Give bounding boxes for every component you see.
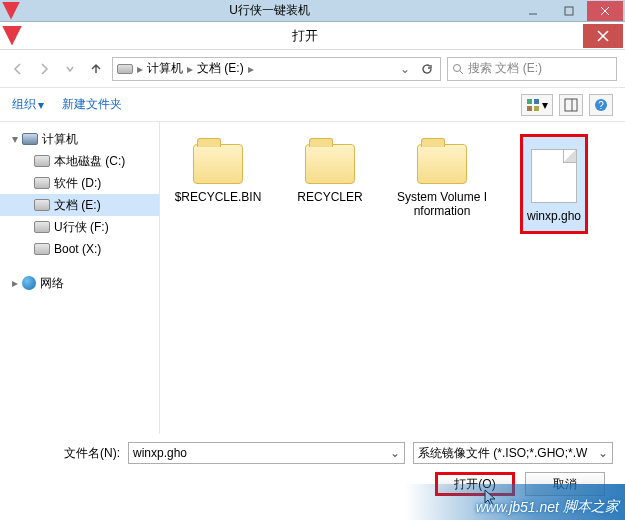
disk-icon xyxy=(34,177,50,189)
sidebar-item-drive-c[interactable]: 本地磁盘 (C:) xyxy=(0,150,159,172)
file-name: $RECYCLE.BIN xyxy=(172,190,264,204)
file-name: winxp.gho xyxy=(527,209,581,223)
sidebar-item-label: 本地磁盘 (C:) xyxy=(54,153,125,170)
svg-point-6 xyxy=(454,64,461,71)
svg-rect-12 xyxy=(565,99,577,111)
chevron-down-icon: ▾ xyxy=(38,98,44,112)
svg-rect-11 xyxy=(534,106,539,111)
breadcrumb-drive[interactable]: 文档 (E:) xyxy=(197,60,244,77)
sidebar-item-label: 计算机 xyxy=(42,131,78,148)
nav-bar: ▸ 计算机 ▸ 文档 (E:) ▸ ⌄ 搜索 文档 (E:) xyxy=(0,50,625,88)
app-logo-icon xyxy=(2,2,20,20)
dialog-logo-icon xyxy=(2,26,22,46)
disk-icon xyxy=(34,199,50,211)
sidebar-item-label: 网络 xyxy=(40,275,64,292)
organize-menu[interactable]: 组织 ▾ xyxy=(12,96,44,113)
filetype-filter[interactable]: 系统镜像文件 (*.ISO;*.GHO;*.W⌄ xyxy=(413,442,613,464)
disk-icon xyxy=(34,155,50,167)
sidebar-item-network[interactable]: ▸ 网络 xyxy=(0,272,159,294)
maximize-button[interactable] xyxy=(551,1,587,21)
sidebar-item-label: 软件 (D:) xyxy=(54,175,101,192)
address-bar[interactable]: ▸ 计算机 ▸ 文档 (E:) ▸ ⌄ xyxy=(112,57,441,81)
file-name: System Volume Information xyxy=(396,190,488,218)
folder-item[interactable]: System Volume Information xyxy=(396,134,488,218)
chevron-down-icon: ▾ xyxy=(542,98,548,112)
svg-text:?: ? xyxy=(598,100,604,111)
close-button[interactable] xyxy=(587,1,623,21)
help-icon: ? xyxy=(594,98,608,112)
app-title: U行侠一键装机 xyxy=(24,2,515,19)
expand-icon: ▸ xyxy=(12,276,18,290)
open-button[interactable]: 打开(O) xyxy=(435,472,515,496)
sidebar-item-computer[interactable]: ▾ 计算机 xyxy=(0,128,159,150)
filename-input[interactable]: winxp.gho⌄ xyxy=(128,442,405,464)
network-icon xyxy=(22,276,36,290)
sidebar-item-drive-e[interactable]: 文档 (E:) xyxy=(0,194,159,216)
svg-line-7 xyxy=(460,71,463,74)
folder-icon xyxy=(193,144,243,184)
svg-rect-9 xyxy=(534,99,539,104)
file-name: RECYCLER xyxy=(284,190,376,204)
up-button[interactable] xyxy=(86,59,106,79)
dialog-footer: 文件名(N): winxp.gho⌄ 系统镜像文件 (*.ISO;*.GHO;*… xyxy=(0,434,625,496)
search-icon xyxy=(452,63,464,75)
address-dropdown[interactable]: ⌄ xyxy=(396,62,414,76)
computer-icon xyxy=(22,133,38,145)
history-dropdown[interactable] xyxy=(60,59,80,79)
chevron-down-icon: ⌄ xyxy=(390,446,400,460)
chevron-right-icon: ▸ xyxy=(248,62,254,76)
sidebar-item-drive-f[interactable]: U行侠 (F:) xyxy=(0,216,159,238)
minimize-button[interactable] xyxy=(515,1,551,21)
preview-pane-button[interactable] xyxy=(559,94,583,116)
view-options-button[interactable]: ▾ xyxy=(521,94,553,116)
expand-icon: ▾ xyxy=(12,132,18,146)
cancel-button[interactable]: 取消 xyxy=(525,472,605,496)
sidebar-item-drive-d[interactable]: 软件 (D:) xyxy=(0,172,159,194)
folder-icon xyxy=(417,144,467,184)
panel-icon xyxy=(564,98,578,112)
toolbar: 组织 ▾ 新建文件夹 ▾ ? xyxy=(0,88,625,122)
thumbnails-icon xyxy=(526,98,540,112)
svg-rect-8 xyxy=(527,99,532,104)
breadcrumb-root[interactable]: 计算机 xyxy=(147,60,183,77)
search-placeholder: 搜索 文档 (E:) xyxy=(468,60,542,77)
disk-icon xyxy=(34,221,50,233)
sidebar-item-label: U行侠 (F:) xyxy=(54,219,109,236)
filename-label: 文件名(N): xyxy=(12,445,120,462)
sidebar: ▾ 计算机 本地磁盘 (C:) 软件 (D:) 文档 (E:) U行侠 (F:)… xyxy=(0,122,160,434)
watermark: www.jb51.net 脚本之家 xyxy=(476,498,619,516)
refresh-button[interactable] xyxy=(418,63,436,75)
sidebar-item-drive-x[interactable]: Boot (X:) xyxy=(0,238,159,260)
dialog-titlebar: 打开 xyxy=(0,22,625,50)
folder-icon xyxy=(305,144,355,184)
help-button[interactable]: ? xyxy=(589,94,613,116)
content-area: ▾ 计算机 本地磁盘 (C:) 软件 (D:) 文档 (E:) U行侠 (F:)… xyxy=(0,122,625,434)
file-icon xyxy=(531,149,577,203)
chevron-down-icon: ⌄ xyxy=(598,446,608,460)
file-list[interactable]: $RECYCLE.BIN RECYCLER System Volume Info… xyxy=(160,122,625,434)
chevron-right-icon: ▸ xyxy=(187,62,193,76)
sidebar-item-label: Boot (X:) xyxy=(54,242,101,256)
folder-item[interactable]: $RECYCLE.BIN xyxy=(172,134,264,204)
drive-icon xyxy=(117,64,133,74)
sidebar-item-label: 文档 (E:) xyxy=(54,197,101,214)
search-input[interactable]: 搜索 文档 (E:) xyxy=(447,57,617,81)
dialog-title: 打开 xyxy=(26,27,583,45)
dialog-close-button[interactable] xyxy=(583,24,623,48)
app-titlebar: U行侠一键装机 xyxy=(0,0,625,22)
svg-rect-10 xyxy=(527,106,532,111)
disk-icon xyxy=(34,243,50,255)
new-folder-button[interactable]: 新建文件夹 xyxy=(62,96,122,113)
forward-button[interactable] xyxy=(34,59,54,79)
chevron-right-icon: ▸ xyxy=(137,62,143,76)
svg-rect-1 xyxy=(565,7,573,15)
folder-item[interactable]: RECYCLER xyxy=(284,134,376,204)
file-item-selected[interactable]: winxp.gho xyxy=(508,134,600,234)
back-button[interactable] xyxy=(8,59,28,79)
